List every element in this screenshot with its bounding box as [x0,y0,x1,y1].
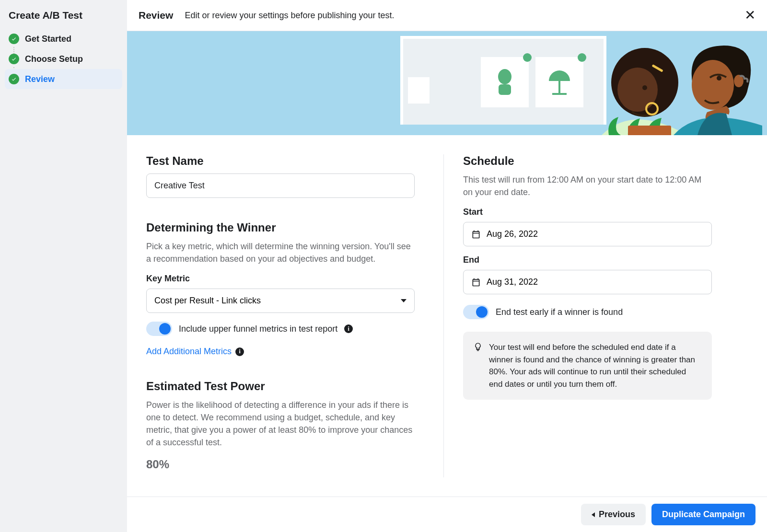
main-panel: Review Edit or review your settings befo… [127,0,767,532]
schedule-section: Schedule This test will run from 12:00 A… [463,154,712,400]
step-label: Get Started [25,34,71,44]
banner-card-lamp [535,57,583,107]
step-get-started[interactable]: Get Started [5,29,122,49]
person-illustration [599,31,686,135]
banner-card-plant [481,57,529,107]
svg-point-6 [642,85,647,90]
info-icon[interactable]: i [235,347,244,356]
check-icon [9,74,19,84]
power-value: 80% [146,458,415,471]
funnel-metrics-toggle[interactable] [146,322,172,336]
notice-text: Your test will end before the scheduled … [489,341,701,390]
check-icon [578,53,586,62]
end-early-toggle[interactable] [463,305,489,319]
field-label: Start [463,207,712,217]
svg-point-0 [498,69,511,84]
page-subtitle: Edit or review your settings before publ… [185,11,394,21]
svg-rect-1 [499,84,511,95]
field-label: End [463,255,712,265]
section-heading: Estimated Test Power [146,380,415,393]
step-label: Choose Setup [25,54,83,64]
winner-section: Determining the Winner Pick a key metric… [146,221,415,357]
svg-rect-3 [552,93,567,95]
early-end-notice: Your test will end before the scheduled … [463,332,712,400]
page-title: Review [139,10,173,21]
svg-rect-9 [628,126,671,135]
test-name-input[interactable] [146,173,415,198]
step-label: Review [25,74,55,84]
section-heading: Schedule [463,154,712,168]
end-date-input[interactable]: Aug 31, 2022 [463,270,712,294]
date-value: Aug 26, 2022 [487,229,538,239]
svg-point-5 [617,68,658,112]
start-date-input[interactable]: Aug 26, 2022 [463,222,712,246]
close-button[interactable]: ✕ [744,9,755,22]
lightbulb-icon [474,342,482,353]
toggle-label: Include upper funnel metrics in test rep… [179,324,337,334]
duplicate-campaign-button[interactable]: Duplicate Campaign [651,504,755,525]
chevron-left-icon [592,512,595,517]
sidebar: Create A/B Test Get Started Choose Setup… [0,0,127,532]
check-icon [523,53,532,62]
toggle-label: End test early if a winner is found [496,307,623,317]
info-icon[interactable]: i [344,324,353,333]
date-value: Aug 31, 2022 [487,277,538,287]
svg-rect-13 [477,350,479,351]
sidebar-title: Create A/B Test [5,10,122,29]
select-value: Cost per Result - Link clicks [154,296,261,306]
svg-rect-2 [558,81,560,93]
banner-illustration [127,31,767,135]
step-review[interactable]: Review [5,69,122,89]
header-bar: Review Edit or review your settings befo… [127,0,767,31]
section-heading: Test Name [146,154,415,168]
section-desc: This test will run from 12:00 AM on your… [463,173,712,198]
section-desc: Pick a key metric, which will determine … [146,240,415,265]
calendar-icon [471,230,481,239]
section-heading: Determining the Winner [146,221,415,234]
power-section: Estimated Test Power Power is the likeli… [146,380,415,471]
check-icon [9,34,19,44]
test-name-section: Test Name [146,154,415,198]
field-label: Key Metric [146,274,415,284]
previous-button[interactable]: Previous [581,504,646,525]
footer: Previous Duplicate Campaign [127,497,767,532]
key-metric-select[interactable]: Cost per Result - Link clicks [146,289,415,313]
person-illustration [674,31,765,135]
add-metrics-link[interactable]: Add Additional Metrics i [146,347,244,357]
check-icon [9,54,19,64]
calendar-icon [471,278,481,287]
svg-point-11 [717,76,721,81]
section-desc: Power is the likelihood of detecting a d… [146,399,415,449]
chevron-down-icon [401,299,407,302]
step-choose-setup[interactable]: Choose Setup [5,49,122,69]
